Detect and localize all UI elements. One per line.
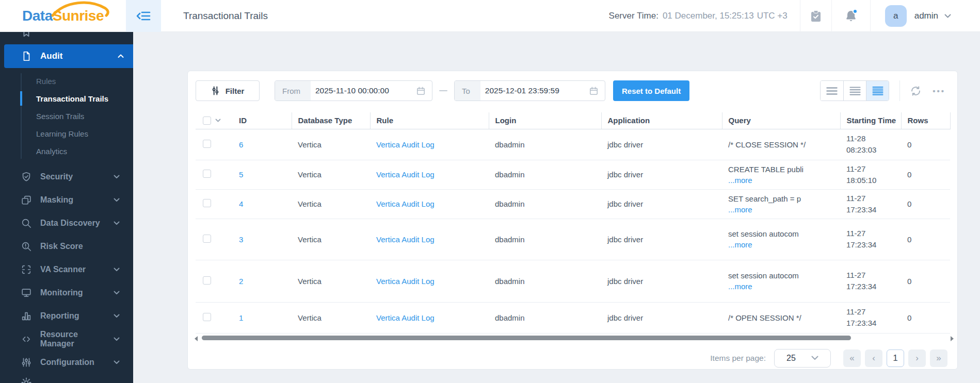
sidebar-item-monitoring[interactable]: Monitoring	[0, 281, 133, 304]
rule-link[interactable]: Vertica Audit Log	[376, 199, 435, 208]
column-header-application[interactable]: Application	[601, 112, 722, 129]
cell-query: SET search_path = p...more	[722, 189, 840, 219]
cell-database-type: Vertica	[292, 260, 370, 302]
sidebar-subitem-learning-rules[interactable]: Learning Rules	[0, 125, 133, 142]
sidebar-subitem-transactional-trails[interactable]: Transactional Trails	[0, 90, 133, 107]
calendar-icon[interactable]	[416, 86, 426, 96]
rule-link[interactable]: Vertica Audit Log	[376, 140, 435, 149]
table-row: 2VerticaVertica Audit Logdbadminjdbc dri…	[196, 260, 950, 302]
trail-id-link[interactable]: 3	[239, 235, 243, 244]
scroll-left-arrow[interactable]	[195, 336, 198, 341]
sidebar-item-va-scanner[interactable]: VA Scanner	[0, 258, 133, 281]
horizontal-scrollbar[interactable]	[196, 335, 953, 342]
clipped-nav-item-top[interactable]	[0, 32, 133, 40]
logo[interactable]: DataSunrise	[0, 0, 126, 31]
clipped-nav-item-bottom[interactable]	[0, 375, 133, 383]
rule-link[interactable]: Vertica Audit Log	[376, 277, 435, 286]
row-select-cell	[196, 302, 239, 333]
column-header-starting-time[interactable]: Starting Time	[840, 112, 901, 129]
density-compact-button[interactable]	[821, 81, 843, 101]
reset-to-default-button[interactable]: Reset to Default	[613, 80, 689, 101]
sidebar-item-security[interactable]: Security	[0, 165, 133, 188]
sidebar-subitem-analytics[interactable]: Analytics	[0, 142, 133, 160]
density-medium-icon	[849, 87, 861, 95]
calendar-icon[interactable]	[589, 86, 599, 96]
items-per-page-select[interactable]: 25	[774, 349, 831, 368]
date-to-value[interactable]: 2025-12-01 23:59:59	[480, 86, 589, 95]
trail-id-link[interactable]: 6	[239, 140, 243, 149]
column-header-query[interactable]: Query	[722, 112, 840, 129]
sidebar-item-label: Masking	[40, 195, 73, 205]
query-more-link[interactable]: ...more	[728, 240, 752, 249]
current-page-button[interactable]: 1	[887, 349, 904, 367]
trail-id-link[interactable]: 2	[239, 277, 243, 286]
row-checkbox[interactable]	[203, 140, 211, 148]
table-row: 1VerticaVertica Audit Logdbadminjdbc dri…	[196, 302, 950, 333]
date-to-input[interactable]: To 2025-12-01 23:59:59	[454, 80, 605, 101]
chevron-down-icon	[114, 175, 120, 179]
tasks-button[interactable]	[800, 0, 831, 32]
trail-id-link[interactable]: 4	[239, 199, 243, 208]
column-header-rule[interactable]: Rule	[370, 112, 489, 129]
sidebar-item-reporting[interactable]: Reporting	[0, 304, 133, 327]
scrollbar-thumb[interactable]	[202, 336, 851, 340]
sidebar-item-audit[interactable]: Audit	[4, 44, 133, 68]
cell-query: CREATE TABLE publi...more	[722, 160, 840, 189]
avatar[interactable]: a	[885, 5, 907, 27]
table-row: 6VerticaVertica Audit Logdbadminjdbc dri…	[196, 129, 950, 160]
sidebar-item-data-discovery[interactable]: Data Discovery	[0, 211, 133, 235]
chevron-down-icon[interactable]	[944, 14, 951, 18]
user-name[interactable]: admin	[914, 11, 938, 21]
row-checkbox[interactable]	[203, 313, 211, 321]
cell-id: 6	[239, 129, 292, 160]
cell-application: jdbc driver	[601, 219, 722, 260]
filter-button[interactable]: Filter	[196, 80, 260, 101]
previous-page-button[interactable]: ‹	[865, 349, 882, 367]
row-checkbox[interactable]	[203, 170, 211, 178]
cell-application: jdbc driver	[601, 189, 722, 219]
select-all-checkbox[interactable]	[203, 116, 211, 125]
rule-link[interactable]: Vertica Audit Log	[376, 313, 435, 322]
chevron-down-icon[interactable]	[215, 119, 221, 122]
row-checkbox[interactable]	[203, 199, 211, 207]
sidebar-subitem-session-trails[interactable]: Session Trails	[0, 107, 133, 125]
cell-rule: Vertica Audit Log	[370, 219, 489, 260]
chevron-up-icon	[118, 54, 124, 58]
row-checkbox[interactable]	[203, 235, 211, 243]
sidebar-item-masking[interactable]: Masking	[0, 188, 133, 211]
trail-id-link[interactable]: 5	[239, 170, 243, 179]
scroll-right-arrow[interactable]	[951, 336, 954, 341]
cell-id: 3	[239, 219, 292, 260]
column-header-database-type[interactable]: Database Type	[292, 112, 370, 129]
next-page-button[interactable]: ›	[908, 349, 926, 367]
query-more-link[interactable]: ...more	[728, 205, 752, 214]
refresh-button[interactable]	[910, 86, 921, 96]
sidebar-item-risk-score[interactable]: Risk Score	[0, 235, 133, 258]
row-checkbox[interactable]	[203, 276, 211, 285]
column-header-id[interactable]: ID	[239, 112, 292, 129]
column-header-rows[interactable]: Rows	[901, 112, 950, 129]
query-more-link[interactable]: ...more	[728, 176, 752, 185]
rule-link[interactable]: Vertica Audit Log	[376, 170, 435, 179]
sidebar-subitem-rules[interactable]: Rules	[0, 72, 133, 90]
query-more-link[interactable]: ...more	[728, 282, 752, 291]
sidebar-item-label: Audit	[40, 51, 62, 61]
sidebar-item-configuration[interactable]: Configuration	[0, 351, 133, 374]
cell-rule: Vertica Audit Log	[370, 260, 489, 302]
rule-link[interactable]: Vertica Audit Log	[376, 235, 435, 244]
chevron-down-icon	[114, 360, 120, 364]
sidebar-item-resource-manager[interactable]: Resource Manager	[0, 327, 133, 351]
trail-id-link[interactable]: 1	[239, 313, 243, 322]
divider	[899, 80, 900, 101]
cell-id: 5	[239, 160, 292, 189]
density-medium-button[interactable]	[843, 81, 866, 101]
last-page-button[interactable]: »	[930, 349, 947, 367]
first-page-button[interactable]: «	[843, 349, 861, 367]
density-full-button[interactable]	[866, 81, 889, 101]
notifications-button[interactable]	[832, 0, 870, 32]
collapse-sidebar-button[interactable]	[126, 0, 161, 32]
column-header-login[interactable]: Login	[489, 112, 601, 129]
date-from-input[interactable]: From 2025-11-10 00:00:00	[275, 80, 432, 101]
date-from-value[interactable]: 2025-11-10 00:00:00	[311, 86, 416, 95]
more-actions-button[interactable]: •••	[933, 87, 945, 95]
